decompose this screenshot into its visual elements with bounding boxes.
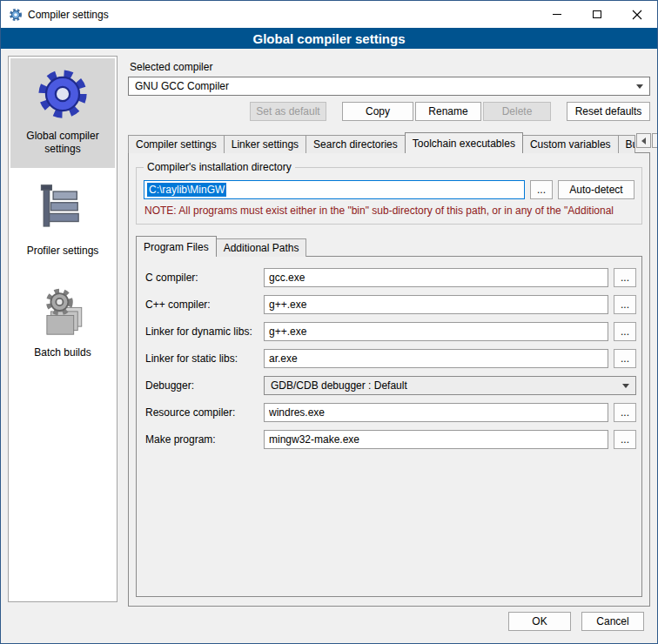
resource-compiler-input[interactable] bbox=[264, 403, 608, 422]
auto-detect-button[interactable]: Auto-detect bbox=[558, 180, 634, 199]
bin-subdirectory-note: NOTE: All programs must exist either in … bbox=[144, 205, 634, 217]
selected-compiler-dropdown[interactable]: GNU GCC Compiler bbox=[128, 77, 650, 96]
tab-toolchain-executables[interactable]: Toolchain executables bbox=[405, 132, 523, 153]
cancel-button[interactable]: Cancel bbox=[581, 612, 644, 631]
close-icon bbox=[632, 10, 642, 20]
sidebar-item-global-compiler-settings[interactable]: Global compiler settings bbox=[10, 58, 115, 168]
linker-dynamic-browse-button[interactable]: ... bbox=[614, 322, 636, 341]
form-row: C compiler: ... bbox=[145, 268, 636, 287]
sidebar-item-profiler-settings[interactable]: Profiler settings bbox=[10, 173, 115, 270]
compiler-settings-window: Compiler settings Global compiler settin… bbox=[0, 0, 658, 644]
c-compiler-input[interactable] bbox=[264, 268, 608, 287]
tab-compiler-settings[interactable]: Compiler settings bbox=[128, 135, 225, 153]
tab-custom-variables[interactable]: Custom variables bbox=[522, 135, 619, 153]
titlebar: Compiler settings bbox=[1, 1, 657, 28]
subtab-program-files[interactable]: Program Files bbox=[136, 236, 217, 257]
window-title: Compiler settings bbox=[28, 9, 109, 21]
linker-dynamic-input[interactable] bbox=[264, 322, 608, 341]
installation-directory-groupbox: Compiler's installation directory C:\ray… bbox=[136, 167, 642, 225]
arrow-left-icon bbox=[641, 138, 646, 144]
chevron-down-icon bbox=[622, 384, 629, 388]
linker-static-input[interactable] bbox=[264, 349, 608, 368]
c-compiler-browse-button[interactable]: ... bbox=[614, 268, 636, 287]
linker-static-label: Linker for static libs: bbox=[145, 352, 264, 365]
blue-gear-icon bbox=[37, 69, 88, 119]
minimize-button[interactable] bbox=[537, 1, 577, 28]
copy-button[interactable]: Copy bbox=[342, 102, 413, 121]
tab-search-directories[interactable]: Search directories bbox=[306, 135, 406, 153]
installation-directory-title: Compiler's installation directory bbox=[144, 161, 295, 173]
make-program-label: Make program: bbox=[145, 433, 264, 446]
sidebar-item-label: Batch builds bbox=[34, 346, 91, 359]
installation-directory-input[interactable]: C:\raylib\MinGW bbox=[144, 180, 525, 199]
resource-compiler-label: Resource compiler: bbox=[145, 406, 264, 419]
program-files-tabstrip: Program Files Additional Paths bbox=[136, 236, 642, 257]
debugger-dropdown[interactable]: GDB/CDB debugger : Default bbox=[264, 376, 636, 395]
delete-button[interactable]: Delete bbox=[483, 102, 551, 121]
sidebar-item-label: Profiler settings bbox=[27, 245, 99, 258]
main-panel: Selected compiler GNU GCC Compiler Set a… bbox=[128, 56, 650, 607]
installation-directory-browse-button[interactable]: ... bbox=[530, 180, 553, 199]
maximize-icon bbox=[593, 10, 601, 18]
make-program-input[interactable] bbox=[264, 430, 608, 449]
form-row: Resource compiler: ... bbox=[145, 403, 636, 422]
dialog-footer: OK Cancel bbox=[1, 607, 657, 643]
linker-dynamic-label: Linker for dynamic libs: bbox=[145, 325, 264, 338]
maximize-button[interactable] bbox=[577, 1, 617, 28]
settings-tabstrip: Compiler settings Linker settings Search… bbox=[128, 132, 650, 153]
gray-gear-stack-icon bbox=[37, 285, 88, 336]
program-files-panel: C compiler: ... C++ compiler: ... Linker… bbox=[136, 256, 642, 597]
tab-build-options-truncated[interactable]: Buil bbox=[618, 135, 635, 153]
cpp-compiler-input[interactable] bbox=[264, 295, 608, 314]
tab-linker-settings[interactable]: Linker settings bbox=[224, 135, 306, 153]
cpp-compiler-browse-button[interactable]: ... bbox=[614, 295, 636, 314]
debugger-value: GDB/CDB debugger : Default bbox=[271, 379, 617, 392]
ok-button[interactable]: OK bbox=[508, 612, 571, 631]
rename-button[interactable]: Rename bbox=[415, 102, 481, 121]
form-row: Debugger: GDB/CDB debugger : Default bbox=[145, 376, 636, 395]
resource-compiler-browse-button[interactable]: ... bbox=[614, 403, 636, 422]
make-program-browse-button[interactable]: ... bbox=[614, 430, 636, 449]
c-compiler-label: C compiler: bbox=[145, 272, 264, 284]
compiler-actions: Set as default Copy Rename Delete Reset … bbox=[128, 102, 650, 121]
form-row: Linker for static libs: ... bbox=[145, 349, 636, 368]
tab-scroll-right-button[interactable] bbox=[652, 133, 658, 148]
sidebar-item-label: Global compiler settings bbox=[14, 130, 111, 156]
minimize-icon bbox=[553, 14, 561, 15]
form-row: Linker for dynamic libs: ... bbox=[145, 322, 636, 341]
page-title: Global compiler settings bbox=[1, 28, 657, 49]
close-button[interactable] bbox=[617, 1, 657, 28]
set-as-default-button[interactable]: Set as default bbox=[250, 102, 326, 121]
chevron-down-icon bbox=[636, 84, 643, 89]
debugger-label: Debugger: bbox=[145, 379, 264, 392]
app-icon bbox=[9, 8, 23, 22]
settings-sidebar: Global compiler settings Profiler settin… bbox=[8, 56, 118, 602]
selected-compiler-label: Selected compiler bbox=[130, 61, 650, 73]
installation-directory-value: C:\raylib\MinGW bbox=[147, 183, 226, 197]
selected-compiler-value: GNU GCC Compiler bbox=[135, 80, 631, 92]
reset-defaults-button[interactable]: Reset defaults bbox=[567, 102, 650, 121]
cpp-compiler-label: C++ compiler: bbox=[145, 299, 264, 311]
form-row: Make program: ... bbox=[145, 430, 636, 449]
sidebar-item-batch-builds[interactable]: Batch builds bbox=[10, 275, 115, 372]
toolchain-executables-panel: Compiler's installation directory C:\ray… bbox=[128, 152, 650, 607]
subtab-additional-paths[interactable]: Additional Paths bbox=[216, 238, 307, 257]
form-row: C++ compiler: ... bbox=[145, 295, 636, 314]
tab-scroll-left-button[interactable] bbox=[636, 133, 651, 148]
linker-static-browse-button[interactable]: ... bbox=[614, 349, 636, 368]
profiler-tool-icon bbox=[37, 184, 88, 234]
